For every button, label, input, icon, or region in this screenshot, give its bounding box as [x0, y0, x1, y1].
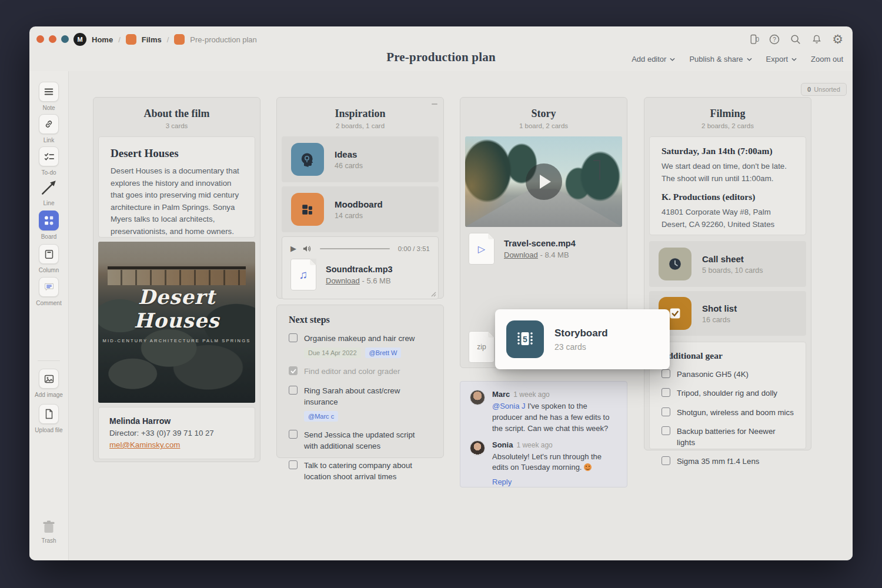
checkbox[interactable]: [289, 460, 298, 469]
board-meta: 46 cards: [335, 162, 363, 170]
window-minimize-button[interactable]: [49, 35, 56, 43]
column-filming[interactable]: Filming 2 boards, 2 cards Saturday, Jan …: [644, 97, 811, 450]
note-card-schedule[interactable]: Saturday, Jan 14th (7:00am) We start dea…: [649, 136, 806, 235]
due-date-tag[interactable]: Due 14 Apr 2022: [304, 348, 361, 358]
column-about-the-film[interactable]: About the film 3 cards Desert Houses Des…: [93, 97, 260, 462]
download-link[interactable]: Download: [326, 276, 360, 285]
photo-caption: MID-CENTURY ARCHITECTURE PALM SPRINGS: [98, 338, 255, 343]
video-play-button[interactable]: [526, 163, 562, 200]
resize-handle[interactable]: [430, 291, 436, 297]
tool-note[interactable]: Note: [29, 82, 68, 111]
board-item-ideas[interactable]: Ideas 46 cards: [282, 136, 439, 182]
zoom-out-button[interactable]: Zoom out: [811, 55, 843, 64]
mention-link[interactable]: @Sonia J: [492, 402, 526, 410]
board-icon: [174, 34, 185, 45]
tool-add-image[interactable]: Add image: [29, 369, 68, 398]
column-inspiration[interactable]: Inspiration 2 boards, 1 card Ideas 46 ca…: [276, 97, 444, 299]
search-icon[interactable]: [790, 34, 801, 45]
note-heading: Saturday, Jan 14th (7:00am): [662, 146, 794, 156]
checkbox[interactable]: [662, 456, 670, 465]
export-button[interactable]: Export: [766, 55, 797, 64]
app-window: M Home / Films / Pre-production plan 0 ?…: [29, 26, 853, 560]
board-name: Call sheet: [702, 254, 763, 264]
audio-time: 0:00 / 3:51: [398, 245, 430, 252]
note-card-desert-houses[interactable]: Desert Houses Desert Houses is a documen…: [98, 136, 255, 238]
board-canvas[interactable]: 0 Unsorted About the film 3 cards Desert…: [69, 71, 853, 560]
tool-upload-file[interactable]: Upload file: [29, 404, 68, 433]
mobile-app-button[interactable]: 0: [747, 34, 759, 45]
checkbox-checked[interactable]: [289, 366, 298, 375]
mp3-file-icon: ♫: [290, 259, 316, 290]
window-close-button[interactable]: [36, 35, 44, 43]
breadcrumb-films[interactable]: Films: [142, 35, 162, 44]
todo-item: Ring Sarah about cast/crew insurance: [289, 385, 432, 408]
breadcrumb-separator: /: [118, 35, 121, 44]
publish-share-button[interactable]: Publish & share: [689, 55, 751, 64]
board-item-call-sheet[interactable]: Call sheet 5 boards, 10 cards: [649, 241, 806, 287]
file-soundtrack[interactable]: ♫ Soundtrack.mp3 Download - 5.6 MB: [290, 259, 430, 290]
checkbox[interactable]: [662, 388, 670, 397]
column-header: Inspiration 2 boards, 1 card: [277, 98, 443, 136]
volume-icon[interactable]: [302, 245, 312, 253]
board-item-moodboard[interactable]: Moodboard 14 cards: [282, 186, 439, 232]
todo-item: Send Jessica the updated script with add…: [289, 429, 432, 452]
todo-card-additional-gear[interactable]: Additional gear Panasonic GH5 (4K) Tripo…: [649, 342, 806, 449]
tool-column[interactable]: Column: [29, 244, 68, 273]
contact-name: Melinda Harrow: [109, 416, 244, 426]
checkbox[interactable]: [662, 426, 670, 435]
checkbox[interactable]: [662, 369, 670, 378]
todo-item: Talk to catering company about location …: [289, 460, 432, 483]
checkbox[interactable]: [289, 333, 298, 342]
play-button[interactable]: ▶: [290, 244, 296, 253]
checkbox[interactable]: [289, 386, 298, 395]
mention-tag[interactable]: @Marc c: [304, 411, 338, 422]
image-card-desert-houses[interactable]: Desert Houses MID-CENTURY ARCHITECTURE P…: [98, 242, 255, 403]
tool-line[interactable]: Line: [29, 178, 68, 206]
download-link[interactable]: Download: [504, 250, 538, 259]
tool-board[interactable]: Board: [29, 211, 68, 240]
todo-tags: Due 14 Apr 2022 @Brett W: [304, 348, 432, 358]
help-icon[interactable]: ?: [769, 34, 780, 45]
window-controls: [36, 35, 69, 43]
todo-card-next-steps[interactable]: Next steps Organise makeup and hair crew…: [276, 305, 444, 458]
upload-file-icon: [44, 408, 54, 420]
note-card-contact[interactable]: Melinda Harrow Director: +33 (0)7 39 71 …: [98, 407, 255, 459]
audio-card[interactable]: ▶ 0:00 / 3:51 ♫ Soundtrack.mp3 Download …: [282, 236, 439, 299]
note-body: We start dead on time, don't be late. Th…: [662, 161, 794, 185]
contact-email-link[interactable]: mel@Kaminsky.com: [109, 440, 180, 449]
file-size: - 5.6 MB: [362, 276, 390, 285]
chevron-down-icon: [791, 58, 797, 61]
tool-comment[interactable]: Comment: [29, 277, 68, 306]
window-zoom-button[interactable]: [61, 35, 69, 43]
board-card-storyboard-dragging[interactable]: 5 Storyboard 23 cards: [495, 309, 670, 369]
tool-todo[interactable]: To-do: [29, 146, 68, 176]
note-heading: Desert Houses: [111, 147, 243, 160]
audio-progress-bar[interactable]: [320, 248, 390, 249]
comment-thread-card[interactable]: Marc1 week ago @Sonia J I've spoken to t…: [460, 381, 627, 487]
board-item-shot-list[interactable]: Shot list 16 cards: [649, 291, 806, 336]
add-editor-button[interactable]: Add editor: [632, 55, 675, 64]
settings-gear-icon[interactable]: ⚙: [832, 34, 843, 45]
notifications-bell-icon[interactable]: [811, 34, 823, 45]
app-logo[interactable]: M: [74, 33, 86, 46]
column-icon: [44, 249, 54, 260]
breadcrumb: M Home / Films / Pre-production plan: [74, 32, 257, 46]
breadcrumb-current: Pre-production plan: [190, 35, 256, 44]
reply-link[interactable]: Reply: [492, 477, 617, 486]
video-card-travel-scene[interactable]: [465, 136, 622, 227]
unsorted-badge[interactable]: 0 Unsorted: [801, 83, 847, 96]
mention-tag[interactable]: @Brett W: [365, 348, 402, 358]
checkbox[interactable]: [289, 430, 298, 439]
add-image-icon: [44, 373, 55, 385]
tool-link[interactable]: Link: [29, 114, 68, 143]
trash[interactable]: Trash: [29, 519, 68, 544]
checkbox[interactable]: [662, 407, 670, 416]
breadcrumb-home[interactable]: Home: [92, 35, 113, 44]
contact-phone: Director: +33 (0)7 39 71 10 27: [109, 429, 244, 437]
board-name: Moodboard: [335, 199, 383, 209]
note-heading: K. Productions (editors): [662, 192, 794, 202]
file-travel-scene[interactable]: ▷ Travel-scene.mp4 Download - 8.4 MB: [460, 233, 627, 265]
video-streetlamp: [599, 160, 600, 180]
mp4-file-icon: ▷: [469, 233, 495, 265]
photo-text: Desert Houses MID-CENTURY ARCHITECTURE P…: [98, 285, 255, 343]
